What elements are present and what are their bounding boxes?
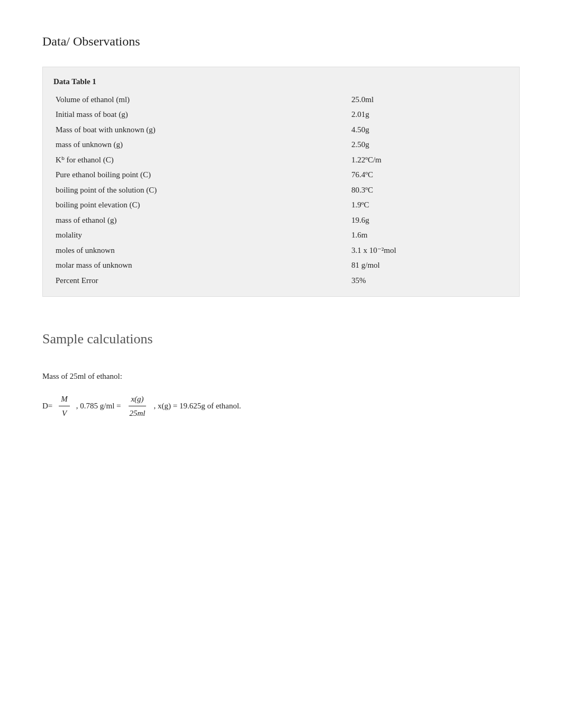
table-cell-value: 1.6m bbox=[349, 228, 509, 243]
table-cell-label: Kᵇ for ethanol (C) bbox=[53, 152, 349, 168]
table-cell-value: 25.0ml bbox=[349, 92, 509, 107]
table-cell-value: 1.22ºC/m bbox=[349, 152, 509, 168]
table-row: Pure ethanol boiling point (C)76.4ºC bbox=[53, 167, 509, 183]
table-cell-value: 1.9ºC bbox=[349, 197, 509, 213]
table-row: mass of ethanol (g)19.6g bbox=[53, 213, 509, 228]
table-row: boiling point elevation (C)1.9ºC bbox=[53, 197, 509, 213]
table-cell-label: molar mass of unknown bbox=[53, 258, 349, 273]
table-cell-label: Volume of ethanol (ml) bbox=[53, 92, 349, 107]
table-cell-label: boiling point of the solution (C) bbox=[53, 183, 349, 198]
table-cell-label: Initial mass of boat (g) bbox=[53, 107, 349, 122]
table-cell-value: 80.3ºC bbox=[349, 183, 509, 198]
table-row: molality1.6m bbox=[53, 228, 509, 243]
fraction-numerator: M bbox=[59, 393, 70, 407]
data-table-container: Data Table 1 Volume of ethanol (ml)25.0m… bbox=[42, 67, 520, 297]
table-cell-label: moles of unknown bbox=[53, 243, 349, 258]
table-cell-value: 35% bbox=[349, 273, 509, 288]
table-row: Initial mass of boat (g)2.01g bbox=[53, 107, 509, 122]
fraction-xg: x(g) 25ml bbox=[128, 393, 148, 420]
calc-description: Mass of 25ml of ethanol: bbox=[42, 370, 520, 383]
data-table: Volume of ethanol (ml)25.0mlInitial mass… bbox=[53, 92, 509, 288]
formula-end: , x(g) = 19.625g of ethanol. bbox=[154, 400, 241, 412]
table-row: moles of unknown3.1 x 10⁻²mol bbox=[53, 243, 509, 258]
table-row: mass of unknown (g)2.50g bbox=[53, 137, 509, 152]
table-cell-label: mass of ethanol (g) bbox=[53, 213, 349, 228]
table-cell-value: 81 g/mol bbox=[349, 258, 509, 273]
fraction2-denominator: 25ml bbox=[128, 406, 148, 420]
fraction-denominator: V bbox=[60, 406, 69, 420]
table-cell-value: 2.01g bbox=[349, 107, 509, 122]
table-cell-label: Pure ethanol boiling point (C) bbox=[53, 167, 349, 183]
formula-middle: , 0.785 g/ml = bbox=[76, 400, 121, 412]
table-row: Percent Error35% bbox=[53, 273, 509, 288]
table-cell-label: boiling point elevation (C) bbox=[53, 197, 349, 213]
table-cell-value: 19.6g bbox=[349, 213, 509, 228]
table-cell-value: 76.4ºC bbox=[349, 167, 509, 183]
table-cell-label: mass of unknown (g) bbox=[53, 137, 349, 152]
page-title: Data/ Observations bbox=[42, 32, 520, 51]
table-row: Mass of boat with unknown (g)4.50g bbox=[53, 122, 509, 138]
fraction2-numerator: x(g) bbox=[129, 393, 146, 407]
table-row: molar mass of unknown81 g/mol bbox=[53, 258, 509, 273]
table-cell-label: Percent Error bbox=[53, 273, 349, 288]
table-cell-value: 3.1 x 10⁻²mol bbox=[349, 243, 509, 258]
table-row: Volume of ethanol (ml)25.0ml bbox=[53, 92, 509, 107]
table-row: boiling point of the solution (C)80.3ºC bbox=[53, 183, 509, 198]
fraction-mv: M V bbox=[59, 393, 70, 420]
table-cell-value: 2.50g bbox=[349, 137, 509, 152]
table-cell-value: 4.50g bbox=[349, 122, 509, 138]
data-table-title: Data Table 1 bbox=[53, 76, 509, 88]
formula-block: D= M V , 0.785 g/ml = x(g) 25ml , x(g) =… bbox=[42, 393, 520, 420]
table-cell-label: Mass of boat with unknown (g) bbox=[53, 122, 349, 138]
table-row: Kᵇ for ethanol (C)1.22ºC/m bbox=[53, 152, 509, 168]
table-cell-label: molality bbox=[53, 228, 349, 243]
sample-calculations-title: Sample calculations bbox=[42, 329, 520, 349]
d-label: D= bbox=[42, 400, 52, 412]
